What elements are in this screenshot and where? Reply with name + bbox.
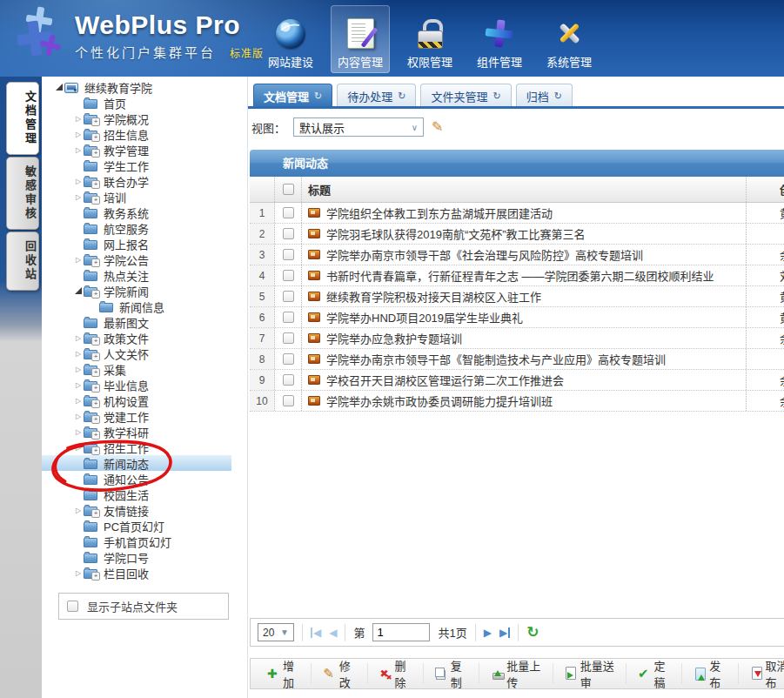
tree-item[interactable]: 校园生活	[42, 487, 231, 502]
topnav-item[interactable]: 内容管理	[331, 5, 390, 73]
select-all-checkbox[interactable]	[283, 184, 294, 195]
tree-item[interactable]: 机构设置	[42, 393, 231, 408]
tree-item[interactable]: 学院公告	[42, 252, 231, 267]
tree-item[interactable]: 学院口号	[42, 549, 231, 565]
toolbar-button[interactable]: 取消发布	[739, 663, 784, 684]
tree-item[interactable]: 友情链接	[42, 502, 231, 518]
document-title-link[interactable]: 学校召开天目湖校区管理运行第二次工作推进会	[326, 372, 564, 388]
row-checkbox[interactable]	[283, 353, 294, 365]
tree-expander-icon[interactable]	[73, 397, 84, 405]
page-size-select[interactable]: 20 ▼	[258, 623, 294, 641]
row-checkbox[interactable]	[283, 332, 294, 344]
tree-item[interactable]: 教学管理	[42, 142, 231, 158]
tree-expander-icon[interactable]	[73, 115, 84, 123]
tree-item[interactable]: 热点关注	[42, 267, 231, 283]
refresh-icon[interactable]: ↻	[526, 625, 539, 640]
prev-page-button[interactable]: ◀	[329, 628, 337, 638]
tree-expander-icon[interactable]	[73, 381, 84, 389]
tree-expander-icon[interactable]	[73, 256, 84, 264]
row-checkbox[interactable]	[283, 228, 294, 239]
tree-item[interactable]: 继续教育学院	[42, 79, 231, 95]
topnav-item[interactable]: 网站建设	[261, 5, 320, 73]
row-checkbox[interactable]	[283, 312, 294, 323]
tree-expander-icon[interactable]	[73, 569, 84, 577]
side-tab[interactable]: 文档管理	[6, 82, 39, 155]
topnav-item[interactable]: 权限管理	[400, 5, 459, 73]
tree-expander-icon[interactable]	[73, 507, 84, 514]
tree-expander-icon[interactable]	[73, 428, 84, 436]
toolbar-button[interactable]: 修改	[312, 663, 367, 684]
last-page-button[interactable]: ▶	[499, 628, 510, 638]
next-page-button[interactable]: ▶	[484, 628, 492, 638]
tree-expander-icon[interactable]	[73, 366, 84, 373]
tree-expander-icon[interactable]	[73, 178, 84, 185]
row-checkbox[interactable]	[283, 249, 294, 260]
toolbar-button[interactable]: 增加	[256, 663, 312, 684]
document-title-link[interactable]: 学院举办余姚市政协委员调研能力提升培训班	[326, 393, 553, 409]
tree-item[interactable]: 教务系统	[42, 205, 231, 220]
tree-item[interactable]: 毕业信息	[42, 377, 231, 393]
tree-item[interactable]: 政策文件	[42, 330, 231, 346]
tree-item[interactable]: 学生工作	[42, 158, 231, 173]
tree-item[interactable]: 招生工作	[42, 440, 231, 455]
tab-refresh-icon[interactable]: ↻	[398, 91, 405, 102]
topnav-item[interactable]: 组件管理	[470, 5, 529, 73]
tree-expander-icon[interactable]	[73, 146, 84, 154]
page-number-input[interactable]	[372, 623, 430, 641]
tree-item[interactable]: 航空服务	[42, 220, 231, 236]
content-tab[interactable]: 待办处理 ↻	[337, 84, 416, 107]
tree-item[interactable]: 党建工作	[42, 408, 231, 424]
tree-expander-icon[interactable]	[54, 84, 64, 91]
tree-item[interactable]: 通知公告	[42, 471, 231, 487]
document-title-link[interactable]: 学院组织全体教工到东方盐湖城开展团建活动	[326, 205, 553, 221]
row-checkbox[interactable]	[283, 374, 294, 386]
row-checkbox[interactable]	[283, 207, 294, 218]
content-tab[interactable]: 归档 ↻	[516, 84, 573, 107]
tree-item[interactable]: 新闻动态	[42, 455, 231, 471]
row-checkbox[interactable]	[283, 395, 294, 406]
toolbar-button[interactable]: 复制	[424, 663, 479, 684]
toolbar-button[interactable]: 删除	[368, 663, 424, 684]
document-title-link[interactable]: 学院举办HND项目2019届学生毕业典礼	[326, 309, 523, 326]
tree-item[interactable]: 学院概况	[42, 111, 231, 126]
tree-item[interactable]: 首页	[42, 95, 231, 111]
content-tab[interactable]: 文档管理 ↻	[253, 84, 332, 107]
tree-item[interactable]: 人文关怀	[42, 346, 231, 361]
tree-item[interactable]: 联合办学	[42, 173, 231, 189]
edit-view-pencil-icon[interactable]: ✎	[432, 120, 443, 134]
tree-item[interactable]: 招生信息	[42, 126, 231, 142]
show-subsite-checkbox[interactable]	[67, 601, 78, 612]
toolbar-button[interactable]: 发布	[682, 663, 738, 684]
document-title-link[interactable]: 继续教育学院积极对接天目湖校区入驻工作	[326, 288, 541, 305]
view-select[interactable]: 默认展示 ∨	[293, 117, 424, 137]
tree-expander-icon[interactable]	[73, 350, 84, 358]
toolbar-button[interactable]: 定稿	[627, 663, 682, 684]
tree-item[interactable]: 采集	[42, 361, 231, 377]
tree-item[interactable]: 新闻信息	[42, 299, 231, 314]
tree-expander-icon[interactable]	[73, 413, 84, 420]
document-title-link[interactable]: 学院举办南京市领导干部《社会治理与风险防控》高校专题培训	[326, 246, 643, 263]
tree-item[interactable]: 手机首页幻灯	[42, 534, 231, 549]
tab-refresh-icon[interactable]: ↻	[554, 91, 562, 102]
document-title-link[interactable]: 书新时代青春篇章，行新征程青年之志 ——学院团委第六期二级团校顺利结业	[326, 267, 714, 284]
toolbar-button[interactable]: 批量上传	[479, 663, 553, 684]
tree-item[interactable]: PC首页幻灯	[42, 518, 231, 534]
row-checkbox[interactable]	[283, 270, 294, 281]
tree-item[interactable]: 最新图文	[42, 314, 231, 330]
side-tab[interactable]: 回收站	[6, 232, 39, 291]
tree-expander-icon[interactable]	[73, 334, 84, 342]
tree-item[interactable]: 学院新闻	[42, 283, 231, 299]
tree-expander-icon[interactable]	[73, 287, 84, 294]
tab-refresh-icon[interactable]: ↻	[314, 91, 322, 102]
tree-item[interactable]: 教学科研	[42, 424, 231, 440]
tab-refresh-icon[interactable]: ↻	[493, 91, 500, 102]
document-title-link[interactable]: 学院举办应急救护专题培训	[326, 330, 462, 346]
document-title-link[interactable]: 学院羽毛球队获得2019南航“文苑杯”教工比赛第三名	[326, 225, 586, 242]
tree-expander-icon[interactable]	[73, 131, 84, 138]
tree-item[interactable]: 网上报名	[42, 236, 231, 252]
tree-item[interactable]: 栏目回收	[42, 565, 231, 581]
tree-item[interactable]: 培训	[42, 189, 231, 205]
toolbar-button[interactable]: 批量送审	[553, 663, 627, 684]
side-tab[interactable]: 敏感审核	[6, 157, 39, 230]
content-tab[interactable]: 文件夹管理 ↻	[420, 84, 511, 107]
